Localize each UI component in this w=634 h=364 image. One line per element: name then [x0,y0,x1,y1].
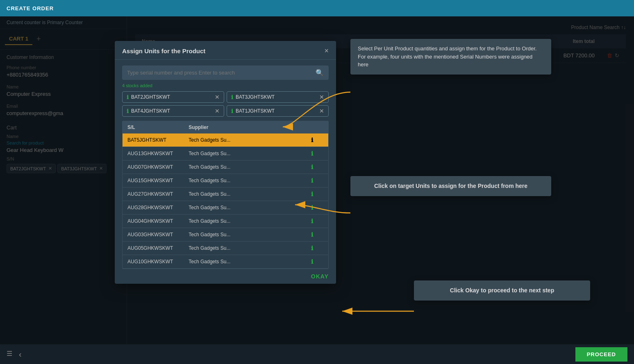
tag-info-icon: ℹ [127,94,129,100]
row-info-icon: ℹ [311,231,313,238]
modal-table: S/L Supplier BAT5JGHTSKWT Tech Gadgets S… [122,121,329,269]
okay-button[interactable]: OKAY [311,273,329,280]
row-info-icon: ℹ [311,191,313,197]
modal-header: Assign Units for the Product × [115,41,336,60]
modal-table-row[interactable]: BAT5JGHTSKWT Tech Gadgets Su... ℹ [123,133,328,147]
row-info-icon: ℹ [311,245,313,251]
tooltip-bottom: Click Okay to proceed to the next step [414,280,590,301]
supplier-col-header: Supplier [189,124,311,130]
action-col-header [311,124,323,130]
remove-tag-icon[interactable]: ✕ [319,108,324,114]
selected-tag: ℹ BAT3JGHTSKWT ✕ [227,91,329,103]
selected-tag: ℹ BAT1JGHTSKWT ✕ [227,105,329,117]
modal-table-row[interactable]: AUG27GHKWSKWT Tech Gadgets Su... ℹ [123,188,328,201]
bottom-icons: ☰ ‹ [7,350,22,359]
proceed-button[interactable]: PROCEED [575,347,627,362]
modal-table-header: S/L Supplier [123,121,328,133]
row-info-icon: ℹ [311,137,313,143]
back-icon[interactable]: ‹ [19,350,22,359]
row-info-icon: ℹ [311,177,313,184]
modal-table-row[interactable]: AUG03GHKWSKWT Tech Gadgets Su... ℹ [123,228,328,242]
modal-table-row[interactable]: AUG15GHKWSKWT Tech Gadgets Su... ℹ [123,174,328,188]
sl-col-header: S/L [127,124,189,130]
modal-table-row[interactable]: AUG05GHKWSKWT Tech Gadgets Su... ℹ [123,242,328,255]
stocks-added-label: 4 stocks added [115,82,336,91]
top-bar: CREATE ORDER [0,0,634,16]
menu-icon[interactable]: ☰ [7,350,12,359]
remove-tag-icon[interactable]: ✕ [215,94,220,100]
modal-table-row[interactable]: AUG13GHKWSKWT Tech Gadgets Su... ℹ [123,147,328,161]
row-info-icon: ℹ [311,164,313,170]
modal-table-row[interactable]: AUG04GHKWSKWT Tech Gadgets Su... ℹ [123,215,328,228]
assign-units-modal: Assign Units for the Product × 🔍 4 stock… [115,41,336,284]
row-info-icon: ℹ [311,258,313,265]
bottom-bar: ☰ ‹ PROCEED [0,344,634,364]
selected-tag: ℹ BAT2JGHTSKWT ✕ [122,91,224,103]
modal-table-row[interactable]: AUG07GHKWSKWT Tech Gadgets Su... ℹ [123,161,328,174]
remove-tag-icon[interactable]: ✕ [215,108,220,114]
modal-footer: OKAY [115,269,336,284]
selected-tag: ℹ BAT4JGHTSKWT ✕ [122,105,224,117]
tooltip-mid: Click on target Units to assign for the … [350,176,551,196]
modal-table-row[interactable]: AUG10GHKWSKWT Tech Gadgets Su... ℹ [123,255,328,269]
row-info-icon: ℹ [311,150,313,157]
search-icon: 🔍 [316,69,324,77]
modal-search-bar[interactable]: 🔍 [122,66,329,80]
serial-search-input[interactable] [127,70,316,76]
page-title: CREATE ORDER [7,5,54,11]
main-area: Current counter is Primary Counter CART … [0,16,634,344]
modal-table-row[interactable]: AUG28GHKWSKWT Tech Gadgets Su... ℹ [123,201,328,215]
modal-title: Assign Units for the Product [122,47,205,54]
row-info-icon: ℹ [311,204,313,211]
remove-tag-icon[interactable]: ✕ [319,94,324,100]
selected-tags-grid: ℹ BAT2JGHTSKWT ✕ ℹ BAT3JGHTSKWT ✕ ℹ BAT4… [115,91,336,121]
tag-info-icon: ℹ [127,108,129,114]
row-info-icon: ℹ [311,218,313,224]
tag-info-icon: ℹ [231,108,233,114]
modal-close-button[interactable]: × [324,47,329,55]
modal-table-body: BAT5JGHTSKWT Tech Gadgets Su... ℹ AUG13G… [123,133,328,269]
tooltip-top: Select Per Unit Product quantities and a… [350,39,551,75]
tag-info-icon: ℹ [231,94,233,100]
